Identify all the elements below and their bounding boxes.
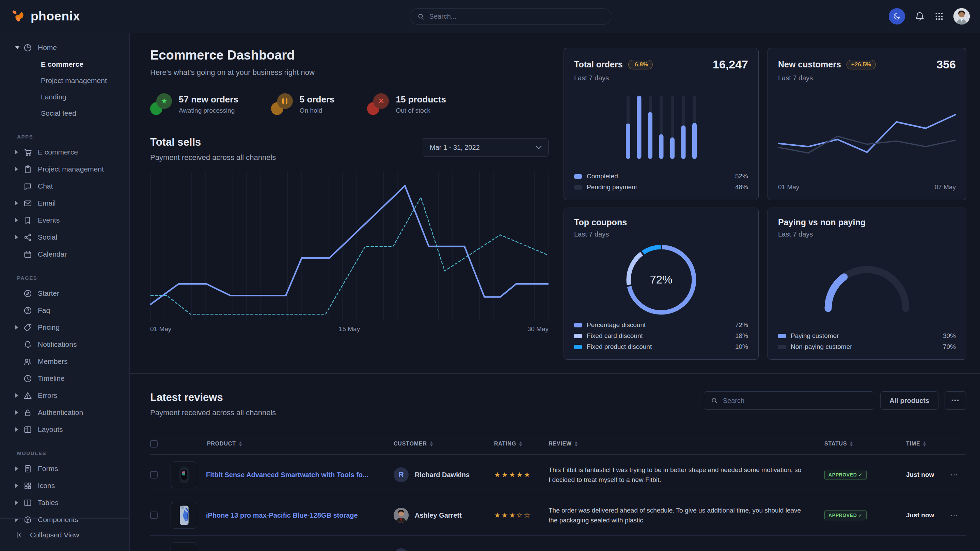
sidebar-item-chat[interactable]: Chat [0, 178, 129, 195]
total-orders-badge: -6.8% [628, 60, 653, 70]
caret-right-icon [15, 201, 22, 206]
table-row: Fitbit Sense Advanced Smartwatch with To… [150, 455, 966, 495]
caret-right-icon [15, 325, 22, 330]
reviews-search[interactable] [704, 391, 874, 410]
reviews-subtitle: Payment received across all channels [150, 408, 276, 417]
row-checkbox[interactable] [150, 471, 158, 478]
column-time[interactable]: TIME [906, 440, 950, 448]
moon-icon [893, 12, 901, 21]
product-thumbnail-iphone[interactable] [170, 502, 197, 529]
customer-avatar-initial: R [394, 467, 409, 482]
app-root: phoenix [0, 0, 980, 551]
dashboard-left-column: Ecommerce Dashboard Here's what's going … [150, 48, 549, 333]
more-options-button[interactable]: ⋯ [945, 391, 966, 410]
sidebar-item-home[interactable]: Home [0, 39, 129, 56]
caret-right-icon [15, 218, 22, 222]
donut-center-label: 72% [625, 243, 698, 316]
sidebar: Home E commerce Project management Landi… [0, 33, 130, 551]
sidebar-item-errors[interactable]: Errors [0, 387, 129, 404]
share-nodes-icon [23, 233, 32, 242]
global-search[interactable] [410, 8, 611, 25]
sidebar-item-pricing[interactable]: Pricing [0, 319, 129, 336]
table-row: iPhone 13 pro max-Pacific Blue-128GB sto… [150, 495, 966, 536]
customer-avatar-photo [394, 508, 409, 523]
legend-completed: Completed 52% [574, 173, 748, 180]
rating-stars: ★★★☆☆ [494, 511, 549, 519]
row-actions-button[interactable]: ⋯ [950, 511, 967, 520]
total-sells-header: Total sells Payment received across all … [150, 136, 549, 162]
user-avatar[interactable] [953, 8, 970, 24]
brand[interactable]: phoenix [10, 8, 80, 24]
page-subtitle: Here's what's going on at your business … [150, 68, 549, 77]
sidebar-item-tables[interactable]: Tables [0, 494, 129, 511]
sidebar-item-notifications[interactable]: Notifications [0, 336, 129, 353]
sidebar-item-faq[interactable]: Faq [0, 302, 129, 319]
caret-right-icon [15, 466, 22, 471]
customer-name: Ashley Garrett [415, 511, 462, 519]
apps-menu-button[interactable] [934, 11, 944, 21]
column-customer[interactable]: CUSTOMER [375, 440, 494, 448]
sidebar-item-layouts[interactable]: Layouts [0, 421, 129, 438]
page-title: Ecommerce Dashboard [150, 48, 549, 63]
sort-icon [923, 440, 926, 448]
sidebar-item-app-ecommerce[interactable]: E commerce [0, 144, 129, 160]
row-actions-button[interactable]: ⋯ [950, 470, 967, 479]
select-all-checkbox[interactable] [150, 440, 158, 448]
all-products-button[interactable]: All products [880, 391, 939, 410]
new-customers-value: 356 [936, 58, 956, 71]
layout-icon [23, 425, 32, 434]
total-orders-value: 16,247 [713, 58, 748, 71]
collapse-view-button[interactable]: Collapsed View [0, 518, 129, 551]
new-customers-x-axis: 01 May 07 May [778, 179, 956, 191]
table-icon [23, 498, 32, 507]
sidebar-item-landing[interactable]: Landing [0, 89, 129, 105]
sidebar-item-email[interactable]: Email [0, 195, 129, 212]
sidebar-item-authentication[interactable]: Authentication [0, 404, 129, 421]
table-row-partial [150, 536, 966, 551]
product-link[interactable]: iPhone 13 pro max-Pacific Blue-128GB sto… [206, 511, 358, 519]
pie-chart-icon [23, 43, 32, 52]
time-value: Just now [906, 471, 950, 478]
brand-name: phoenix [31, 9, 80, 24]
chevron-down-icon [536, 144, 542, 149]
product-thumbnail[interactable] [170, 543, 197, 551]
reviews-search-input[interactable] [723, 397, 867, 405]
stats-row: ★ 57 new orders Awating processing 5 ord… [150, 93, 549, 115]
notifications-button[interactable] [915, 11, 925, 21]
theme-toggle-button[interactable] [889, 8, 905, 24]
sidebar-item-app-project-management[interactable]: Project management [0, 160, 129, 178]
sidebar-item-icons[interactable]: Icons [0, 477, 129, 494]
column-rating[interactable]: RATING [494, 440, 549, 448]
row-checkbox[interactable] [150, 511, 158, 519]
sidebar-item-project-management-dashboard[interactable]: Project management [0, 73, 129, 89]
collapse-icon [16, 530, 24, 540]
product-link[interactable]: Fitbit Sense Advanced Smartwatch with To… [206, 471, 368, 479]
sidebar-item-timeline[interactable]: Timeline [0, 370, 129, 387]
column-review[interactable]: REVIEW [549, 440, 824, 448]
new-customers-badge: +26.5% [846, 60, 876, 70]
bookmark-icon [23, 216, 32, 225]
date-range-select[interactable]: Mar 1 - 31, 2022 [422, 138, 549, 157]
tag-icon [23, 323, 32, 332]
sidebar-item-social-feed[interactable]: Social feed [0, 105, 129, 122]
table-header-row: PRODUCT CUSTOMER RATING REVIEW STATUS TI… [150, 433, 966, 455]
sidebar-item-events[interactable]: Events [0, 212, 129, 229]
sidebar-item-ecommerce-dashboard[interactable]: E commerce [0, 56, 129, 73]
sidebar-item-calendar[interactable]: Calendar [0, 246, 129, 263]
form-file-icon [23, 464, 32, 473]
sidebar-item-members[interactable]: Members [0, 353, 129, 370]
reviews-title: Latest reviews [150, 391, 276, 403]
global-search-input[interactable] [430, 13, 603, 21]
sidebar-item-starter[interactable]: Starter [0, 285, 129, 302]
stat-out-of-stock: ✕ 15 products Out of stock [367, 93, 446, 115]
column-status[interactable]: STATUS [824, 440, 906, 448]
mail-icon [23, 199, 32, 208]
column-product[interactable]: PRODUCT [170, 440, 375, 448]
nav-actions [889, 8, 970, 24]
sidebar-item-social[interactable]: Social [0, 229, 129, 246]
status-badge: APPROVED ✓ [824, 470, 867, 480]
sidebar-item-forms[interactable]: Forms [0, 460, 129, 477]
product-thumbnail-fitbit[interactable] [170, 462, 197, 488]
bell-icon [23, 340, 32, 349]
caret-right-icon [15, 235, 22, 240]
